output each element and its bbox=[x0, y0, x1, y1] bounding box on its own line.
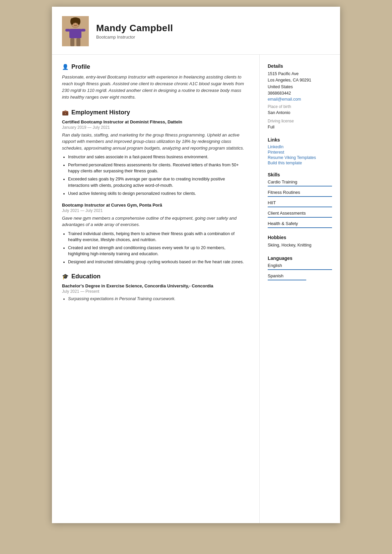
skill-bar bbox=[268, 207, 332, 207]
skill-item: Cardio Training bbox=[268, 179, 332, 186]
details-title: Details bbox=[268, 63, 332, 69]
job-description: Gave new gym members a comprehensive out… bbox=[62, 215, 247, 228]
employment-icon: 💼 bbox=[62, 109, 69, 116]
skill-name: Cardio Training bbox=[268, 179, 332, 184]
svg-rect-6 bbox=[76, 38, 80, 46]
edu-bullets: Surpassing expectations in Personal Trai… bbox=[62, 296, 247, 302]
place-of-birth: San Antonio bbox=[268, 110, 332, 116]
details-section: Details 1515 Pacific Ave Los Angeles, CA… bbox=[268, 63, 332, 130]
bullet-item: Designed and instructed stimulating grou… bbox=[68, 259, 247, 265]
skill-item: HIIT bbox=[268, 200, 332, 207]
education-item: Bachelor's Degree in Exercise Science, C… bbox=[62, 283, 247, 302]
bullet-item: Used active listening skills to design p… bbox=[68, 190, 247, 197]
employment-section: 💼 Employment History Certified Bootcamp … bbox=[62, 109, 247, 265]
profile-text: Passionate, entry-level Bootcamp Instruc… bbox=[62, 74, 247, 101]
languages-title: Languages bbox=[268, 256, 332, 261]
job-dates: July 2021 — July 2021 bbox=[62, 208, 247, 213]
bullet-item: Exceeded sales goals by 29% average per … bbox=[68, 176, 247, 188]
edu-bullet: Surpassing expectations in Personal Trai… bbox=[68, 296, 247, 302]
skill-bar bbox=[268, 227, 332, 228]
main-column: 👤 Profile Passionate, entry-level Bootca… bbox=[52, 55, 260, 523]
skill-item: Client Assessments bbox=[268, 211, 332, 218]
address-line2: Los Angeles, CA 90291 bbox=[268, 77, 332, 84]
language-name: Spanish bbox=[268, 273, 332, 278]
bullet-item: Instructor and sales associate in a fast… bbox=[68, 154, 247, 160]
job-bullets: Trained individual clients, helping them… bbox=[62, 231, 247, 265]
job-dates: January 2019 — July 2021 bbox=[62, 125, 247, 130]
driving-license-label: Driving license bbox=[268, 119, 332, 123]
employment-title: 💼 Employment History bbox=[62, 109, 247, 116]
job-title: Certified Bootcamp Instructor at Dominis… bbox=[62, 119, 247, 124]
skill-name: HIIT bbox=[268, 200, 332, 205]
skills-title: Skills bbox=[268, 172, 332, 177]
education-section: 🎓 Education Bachelor's Degree in Exercis… bbox=[62, 273, 247, 302]
education-title: 🎓 Education bbox=[62, 273, 247, 280]
job-item: Bootcamp Instructor at Curves Gym, Ponta… bbox=[62, 203, 247, 265]
skill-name: Client Assessments bbox=[268, 211, 332, 216]
linkedin-link[interactable]: LinkedIn bbox=[268, 145, 332, 149]
resume-header: Mandy Campbell Bootcamp Instructor bbox=[52, 7, 340, 55]
sidebar: Details 1515 Pacific Ave Los Angeles, CA… bbox=[260, 55, 340, 523]
edu-degree: Bachelor's Degree in Exercise Science, C… bbox=[62, 283, 247, 288]
svg-rect-5 bbox=[70, 38, 74, 46]
svg-rect-2 bbox=[69, 29, 81, 38]
country: United States bbox=[268, 84, 332, 90]
language-bar bbox=[268, 280, 306, 280]
links-section: Links LinkedIn Pinterest Resume Viking T… bbox=[268, 137, 332, 165]
profile-title: 👤 Profile bbox=[62, 63, 247, 70]
skill-item: Health & Safety bbox=[268, 221, 332, 228]
job-bullets: Instructor and sales associate in a fast… bbox=[62, 154, 247, 197]
resume-viking-link[interactable]: Resume Viking Templates bbox=[268, 155, 332, 160]
skill-bar bbox=[268, 186, 332, 186]
bullet-item: Trained individual clients, helping them… bbox=[68, 231, 247, 243]
hobbies-section: Hobbies Skiing, Hockey, Knitting bbox=[268, 235, 332, 248]
driving-license: Full bbox=[268, 124, 332, 130]
resume-body: 👤 Profile Passionate, entry-level Bootca… bbox=[52, 55, 340, 523]
header-info: Mandy Campbell Bootcamp Instructor bbox=[96, 23, 173, 40]
hobbies-text: Skiing, Hockey, Knitting bbox=[268, 242, 332, 248]
phone: 3868683442 bbox=[268, 90, 332, 97]
language-item: English bbox=[268, 263, 332, 270]
language-name: English bbox=[268, 263, 332, 268]
edu-dates: July 2021 — Present bbox=[62, 289, 247, 294]
bullet-item: Performed personalized fitness assessmen… bbox=[68, 162, 247, 174]
place-of-birth-label: Place of birth bbox=[268, 104, 332, 109]
email-link[interactable]: email@email.com bbox=[268, 97, 332, 102]
skill-name: Fitness Routines bbox=[268, 190, 332, 195]
language-bar bbox=[268, 269, 332, 270]
avatar bbox=[62, 16, 89, 46]
bullet-item: Created and led strength and conditionin… bbox=[68, 245, 247, 257]
profile-section: 👤 Profile Passionate, entry-level Bootca… bbox=[62, 63, 247, 101]
skill-bar bbox=[268, 217, 332, 218]
candidate-name: Mandy Campbell bbox=[96, 23, 173, 34]
address-line1: 1515 Pacific Ave bbox=[268, 71, 332, 77]
profile-icon: 👤 bbox=[62, 64, 69, 70]
skill-item: Fitness Routines bbox=[268, 190, 332, 197]
job-title: Bootcamp Instructor at Curves Gym, Ponta… bbox=[62, 203, 247, 208]
svg-rect-4 bbox=[81, 29, 85, 32]
candidate-title: Bootcamp Instructor bbox=[96, 35, 173, 40]
build-template-link[interactable]: Build this template bbox=[268, 161, 332, 165]
job-item: Certified Bootcamp Instructor at Dominis… bbox=[62, 119, 247, 197]
skills-section: Skills Cardio Training Fitness Routines … bbox=[268, 172, 332, 228]
skill-name: Health & Safety bbox=[268, 221, 332, 226]
languages-section: Languages English Spanish bbox=[268, 256, 332, 280]
pinterest-link[interactable]: Pinterest bbox=[268, 150, 332, 155]
svg-point-11 bbox=[70, 18, 74, 25]
links-title: Links bbox=[268, 137, 332, 143]
resume-document: Mandy Campbell Bootcamp Instructor 👤 Pro… bbox=[52, 7, 340, 523]
language-item: Spanish bbox=[268, 273, 332, 280]
svg-rect-3 bbox=[65, 29, 70, 32]
hobbies-title: Hobbies bbox=[268, 235, 332, 240]
skill-bar bbox=[268, 196, 332, 197]
job-description: Ran daily tasks, staffing, and marketing… bbox=[62, 132, 247, 152]
svg-point-12 bbox=[77, 18, 80, 25]
education-icon: 🎓 bbox=[62, 273, 69, 280]
